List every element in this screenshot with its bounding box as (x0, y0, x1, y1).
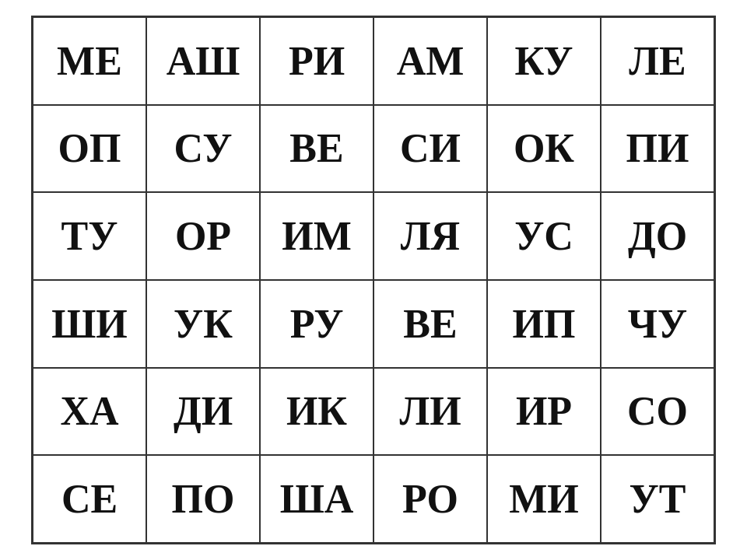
grid-cell-23: ЧУ (601, 280, 714, 368)
grid-cell-1: АШ (146, 17, 260, 105)
grid-cell-28: ИР (487, 368, 601, 456)
grid-cell-15: ЛЯ (374, 192, 487, 280)
grid-cell-10: ОК (487, 105, 601, 193)
grid-cell-19: УК (146, 280, 260, 368)
grid-cell-12: ТУ (33, 192, 146, 280)
grid-cell-34: МИ (487, 455, 601, 543)
grid-cell-32: ША (260, 455, 374, 543)
grid-cell-35: УТ (601, 455, 714, 543)
grid-cell-4: КУ (487, 17, 601, 105)
grid-cell-26: ИК (260, 368, 374, 456)
grid-cell-29: СО (601, 368, 714, 456)
grid-cell-6: ОП (33, 105, 146, 193)
grid-cell-5: ЛЕ (601, 17, 714, 105)
grid-cell-3: АМ (374, 17, 487, 105)
grid-cell-17: ДО (601, 192, 714, 280)
grid-cell-11: ПИ (601, 105, 714, 193)
grid-cell-16: УС (487, 192, 601, 280)
grid-cell-30: СЕ (33, 455, 146, 543)
grid-cell-24: ХА (33, 368, 146, 456)
grid-cell-22: ИП (487, 280, 601, 368)
grid-cell-27: ЛИ (374, 368, 487, 456)
grid-cell-0: МЕ (33, 17, 146, 105)
grid-cell-13: ОР (146, 192, 260, 280)
grid-cell-21: ВЕ (374, 280, 487, 368)
grid-cell-20: РУ (260, 280, 374, 368)
grid-cell-25: ДИ (146, 368, 260, 456)
grid-cell-31: ПО (146, 455, 260, 543)
syllable-grid: МЕАШРИАМКУЛЕОПСУВЕСИОКПИТУОРИМЛЯУСДОШИУК… (31, 16, 716, 544)
grid-cell-18: ШИ (33, 280, 146, 368)
grid-cell-8: ВЕ (260, 105, 374, 193)
grid-cell-7: СУ (146, 105, 260, 193)
grid-cell-33: РО (374, 455, 487, 543)
grid-cell-2: РИ (260, 17, 374, 105)
grid-cell-14: ИМ (260, 192, 374, 280)
grid-cell-9: СИ (374, 105, 487, 193)
